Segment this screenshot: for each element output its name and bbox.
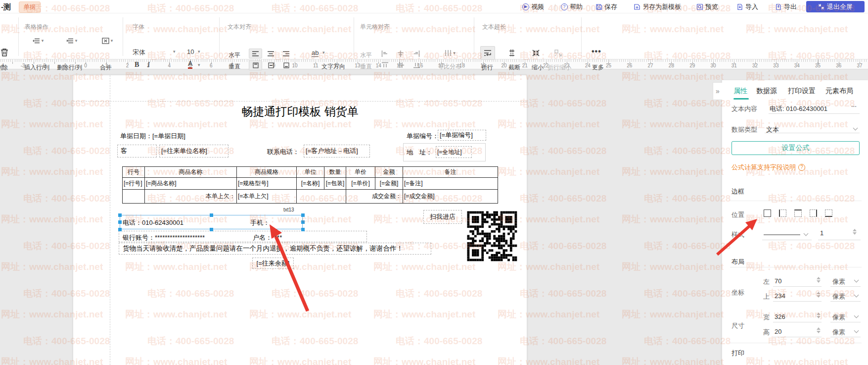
valign-bottom-button[interactable]	[279, 60, 293, 70]
shrink-button[interactable]	[529, 47, 542, 59]
docno-label[interactable]: 单据编号：	[407, 132, 439, 141]
line-style-chevron-icon[interactable]	[804, 231, 809, 236]
truncate-button[interactable]	[505, 47, 518, 59]
cell-align-right-button[interactable]	[411, 50, 421, 57]
cell-valign-middle-button[interactable]	[396, 61, 406, 69]
selection-handle-e[interactable]	[301, 220, 305, 224]
tab-print-settings[interactable]: 打印设置	[788, 87, 816, 96]
formula-help-link[interactable]: 公式计算支持字段说明 ?	[731, 163, 805, 172]
address-field[interactable]: [=全地址]	[436, 146, 472, 158]
size-width-stepper[interactable]	[816, 313, 821, 318]
template-page[interactable]: 畅捷通打印模板 销货单 单据日期：[=单据日期] 单据编号： [=单据编号] 客…	[73, 75, 527, 365]
selection-handle-s[interactable]	[210, 228, 213, 231]
valign-middle-button[interactable]	[264, 60, 277, 70]
docno-field[interactable]: [=单据编号]	[438, 130, 486, 141]
font-size-caret-icon[interactable]: ▾	[198, 49, 200, 54]
selection-handle-nw[interactable]	[118, 213, 122, 217]
more-ellipsis-icon[interactable]: •••	[592, 47, 601, 56]
coord-left-input[interactable]: 70	[775, 277, 781, 285]
tab-properties[interactable]: 属性	[733, 87, 747, 96]
selected-text-element[interactable]: 电话：010-62430001 手机：	[120, 215, 303, 229]
doc-title[interactable]: 畅捷通打印模板 销货单	[73, 104, 527, 119]
selection-handle-se[interactable]	[301, 228, 305, 231]
table-field-row[interactable]: [=行号][=商品名称][=规格型号][=名称][=包装][=单价][=金额][…	[123, 178, 498, 190]
align-right-button[interactable]	[279, 49, 293, 58]
font-size-select[interactable]: 10	[187, 48, 194, 55]
size-width-unit-select[interactable]: 像素	[832, 313, 845, 322]
contact-phone-label[interactable]: 联系电话：	[267, 148, 299, 156]
qr-caption[interactable]: 扫我进店	[423, 210, 462, 224]
border-weight-input[interactable]: 1	[820, 229, 823, 237]
notice-text[interactable]: 货物当天请验收清楚，产品质量问题请在一个月内退换，逾期概不负责，还望谅解，谢谢合…	[119, 243, 431, 255]
address-label[interactable]: 地 址：	[407, 148, 432, 157]
table-header-row[interactable]: 行号商品名称商品规格单位数量单价金额备注	[123, 167, 498, 178]
text-direction-button[interactable]: 文字方向	[321, 62, 345, 71]
size-height-unit-chevron-icon[interactable]	[854, 328, 859, 333]
ab-caret-icon[interactable]: ▾	[322, 50, 325, 55]
border-right-icon[interactable]	[810, 209, 817, 217]
video-button[interactable]: ▶ 视频	[522, 2, 544, 11]
tab-element-layout[interactable]: 元素布局	[825, 87, 853, 96]
font-family-caret-icon[interactable]: ▾	[173, 49, 176, 54]
export-button[interactable]: 导出	[775, 2, 797, 11]
border-weight-stepper[interactable]	[852, 229, 857, 235]
balance-field[interactable]: [=往来余额]	[252, 258, 294, 269]
size-height-stepper[interactable]	[816, 327, 821, 333]
align-center-button[interactable]	[264, 49, 277, 58]
cell-valign-top-button[interactable]	[380, 61, 390, 69]
qr-code-image[interactable]	[466, 210, 518, 262]
customer-field[interactable]: [=往来单位名称]	[159, 145, 228, 157]
line-style-preview[interactable]	[764, 234, 800, 235]
border-bottom-icon[interactable]	[825, 209, 832, 217]
cell-align-center-button[interactable]	[396, 50, 406, 57]
delete-row-col-button[interactable]: ▾	[63, 36, 80, 46]
selection-handle-n[interactable]	[210, 213, 213, 217]
delete-button[interactable]	[0, 47, 9, 58]
bold-button[interactable]: B	[135, 61, 139, 69]
size-width-input[interactable]: 326	[775, 313, 785, 320]
items-table[interactable]: 行号商品名称商品规格单位数量单价金额备注 [=行号][=商品名称][=规格型号]…	[122, 166, 498, 204]
valign-top-button[interactable]	[249, 60, 262, 70]
text-wrap-ab-button[interactable]: ab	[312, 49, 319, 57]
insert-row-col-button[interactable]: ▾	[30, 36, 46, 46]
font-color-button[interactable]: A	[188, 60, 192, 69]
italic-button[interactable]: I	[147, 61, 150, 69]
border-top-icon[interactable]	[794, 209, 802, 217]
date-label[interactable]: 单据日期：[=单据日期]	[120, 132, 185, 141]
set-formula-button[interactable]: 设置公式	[731, 141, 860, 155]
tab-datasource[interactable]: 数据源	[756, 87, 777, 96]
bank-row[interactable]: 银行账号：******************** 户名：****	[119, 231, 367, 242]
data-type-chevron-icon[interactable]	[853, 126, 858, 131]
text-content-input[interactable]: 电话: 010-62430001	[770, 104, 827, 113]
table-footer-row[interactable]: 本单上欠： [=本单上欠] 成交金额： [=成交金额]	[123, 190, 498, 204]
merge-cells-button[interactable]: ▾	[99, 36, 116, 46]
contact-phone-field[interactable]: [=客户地址－电话]	[304, 145, 370, 157]
distribute-button[interactable]: ▾	[442, 48, 458, 58]
wrap-shrink-button[interactable]	[551, 47, 564, 59]
coord-top-stepper[interactable]	[816, 292, 821, 298]
coord-left-unit-chevron-icon[interactable]	[854, 278, 859, 283]
coord-top-input[interactable]: 234	[775, 292, 785, 300]
help-button[interactable]: ? 帮助	[561, 2, 583, 11]
wrap-button[interactable]	[480, 46, 495, 60]
size-height-unit-select[interactable]: 像素	[832, 328, 845, 337]
coord-top-unit-chevron-icon[interactable]	[854, 293, 859, 298]
selection-handle-sw[interactable]	[118, 228, 122, 231]
selection-handle-ne[interactable]	[301, 213, 305, 217]
exit-fullscreen-button[interactable]: 退出全屏	[806, 1, 865, 12]
save-button[interactable]: 保存	[595, 2, 617, 11]
preview-button[interactable]: 预览	[696, 2, 718, 11]
align-left-button[interactable]	[249, 49, 262, 58]
coord-top-unit-select[interactable]: 像素	[832, 292, 845, 301]
import-button[interactable]: 导入	[736, 2, 758, 11]
border-left-icon[interactable]	[779, 209, 786, 217]
cell-align-left-button[interactable]	[380, 50, 390, 57]
cell-valign-bottom-button[interactable]	[411, 61, 421, 69]
coord-left-unit-select[interactable]: 像素	[832, 277, 845, 286]
save-as-template-button[interactable]: 另存为新模板	[634, 2, 681, 11]
customer-label-cell[interactable]: 客	[117, 145, 157, 157]
text-content-more-button[interactable]: ...	[851, 101, 857, 108]
font-color-caret-icon[interactable]: ▾	[198, 62, 200, 67]
size-width-unit-chevron-icon[interactable]	[854, 313, 859, 318]
font-family-select[interactable]: 宋体	[133, 48, 145, 57]
